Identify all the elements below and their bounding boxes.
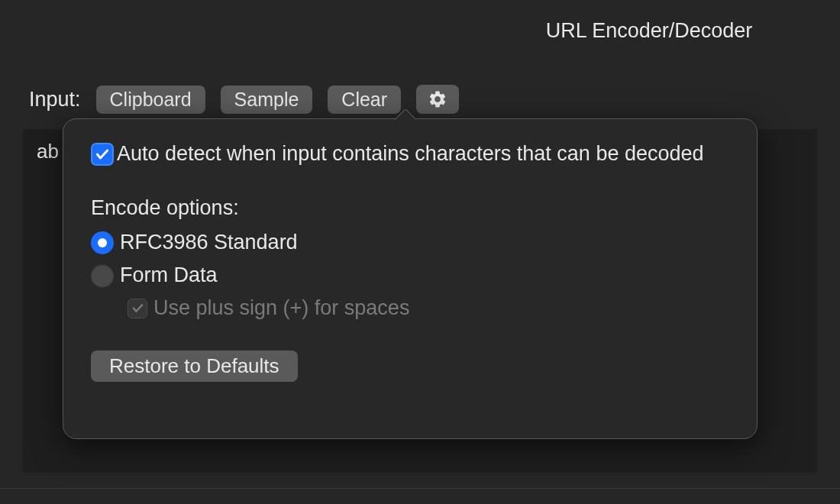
rfc3986-radio[interactable] — [91, 231, 114, 254]
settings-button[interactable] — [416, 85, 459, 114]
auto-detect-checkbox[interactable] — [91, 143, 114, 166]
popover-arrow — [395, 109, 415, 120]
restore-defaults-button[interactable]: Restore to Defaults — [91, 351, 298, 382]
form-data-radio[interactable] — [91, 264, 114, 287]
gear-icon — [428, 89, 447, 109]
check-icon — [131, 302, 144, 315]
bottom-divider — [0, 488, 840, 489]
encode-options-heading: Encode options: — [91, 196, 729, 220]
clipboard-button[interactable]: Clipboard — [96, 86, 205, 114]
clear-button[interactable]: Clear — [328, 86, 401, 114]
form-data-radio-label: Form Data — [120, 263, 218, 287]
page-title: URL Encoder/Decoder — [546, 19, 753, 43]
plus-sign-label: Use plus sign (+) for spaces — [153, 296, 409, 320]
auto-detect-label: Auto detect when input contains characte… — [117, 142, 704, 166]
plus-sign-checkbox[interactable] — [128, 299, 147, 318]
input-toolbar: Input: Clipboard Sample Clear — [0, 85, 840, 114]
input-value: ab — [37, 140, 59, 163]
input-label: Input: — [29, 88, 81, 111]
sample-button[interactable]: Sample — [221, 86, 313, 114]
settings-popover: Auto detect when input contains characte… — [63, 118, 758, 439]
check-icon — [95, 147, 110, 162]
rfc3986-radio-label: RFC3986 Standard — [120, 231, 298, 254]
